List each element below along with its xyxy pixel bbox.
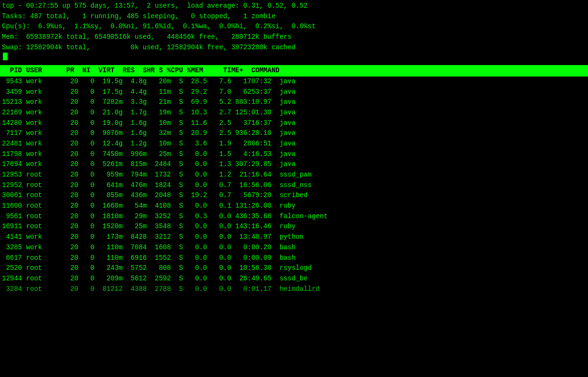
table-row: 3459 work 20 0 17.5g 4.4g 11m S 29.2 7.0… <box>0 87 588 98</box>
table-row: 30061 root 20 0 855m 436m 2048 S 19.2 0.… <box>0 190 588 201</box>
table-row: 14280 work 20 0 19.0g 1.6g 10m S 11.6 2.… <box>0 118 588 129</box>
table-row: 2520 root 20 0 243m 5752 808 S 0.0 0.0 1… <box>0 263 588 274</box>
header-line-5: Swap: 12582904k total, 0k used, 12582904… <box>2 43 586 53</box>
table-row: 9543 work 20 0 19.5g 4.8g 20m S 28.5 7.6… <box>0 77 588 87</box>
table-row: 12944 root 20 0 209m 5612 2592 S 0.0 0.0… <box>0 274 588 284</box>
table-row: 22481 work 20 0 12.4g 1.2g 10m S 3.6 1.9… <box>0 139 588 149</box>
table-row: 17694 work 20 0 5261m 815m 2484 S 0.0 1.… <box>0 159 588 170</box>
table-row: 9561 root 20 0 1810m 29m 3252 S 0.3 0.0 … <box>0 211 588 222</box>
table-row: 16911 root 20 0 1520m 25m 3548 S 0.0 0.0… <box>0 222 588 232</box>
process-list: 9543 work 20 0 19.5g 4.8g 20m S 28.5 7.6… <box>0 77 588 294</box>
header-line-2: Tasks: 487 total, 1 running, 485 sleepin… <box>2 11 586 22</box>
table-row: 12952 root 20 0 641m 476m 1824 S 0.0 0.7… <box>0 180 588 191</box>
terminal: top - 00:27:55 up 575 days, 13:57, 2 use… <box>0 0 588 377</box>
table-row: 7117 work 20 0 9076m 1.6g 32m S 20.9 2.5… <box>0 128 588 139</box>
table-row: 6617 root 20 0 110m 6916 1552 S 0.0 0.0 … <box>0 253 588 264</box>
table-row: 11600 root 20 0 1668m 54m 4108 S 0.0 0.1… <box>0 201 588 211</box>
header-line-3: Cpu(s): 6.9%us, 1.1%sy, 0.0%ni, 91.6%id,… <box>2 22 586 32</box>
table-row: 22169 work 20 0 21.0g 1.7g 19m S 10.3 2.… <box>0 108 588 118</box>
table-row: 15213 work 20 0 7282m 3.3g 21m S 69.9 5.… <box>0 97 588 108</box>
table-row: 12953 root 20 0 959m 794m 1732 S 0.0 1.2… <box>0 170 588 180</box>
table-row: 3285 work 20 0 110m 7084 1608 S 0.0 0.0 … <box>0 243 588 253</box>
header-section: top - 00:27:55 up 575 days, 13:57, 2 use… <box>0 0 588 65</box>
table-row: 4141 work 20 0 173m 8428 3212 S 0.0 0.0 … <box>0 232 588 243</box>
cursor-line <box>2 53 586 64</box>
column-header: PID USER PR NI VIRT RES SHR S %CPU %MEM … <box>0 65 588 77</box>
header-line-4: Mem: 65938972k total, 65490516k used, 44… <box>2 32 586 43</box>
table-row: 11798 work 20 0 7450m 996m 25m S 0.0 1.5… <box>0 149 588 160</box>
table-row: 3284 root 20 0 81212 4388 2788 S 0.0 0.0… <box>0 284 588 295</box>
header-line-1: top - 00:27:55 up 575 days, 13:57, 2 use… <box>2 1 586 11</box>
